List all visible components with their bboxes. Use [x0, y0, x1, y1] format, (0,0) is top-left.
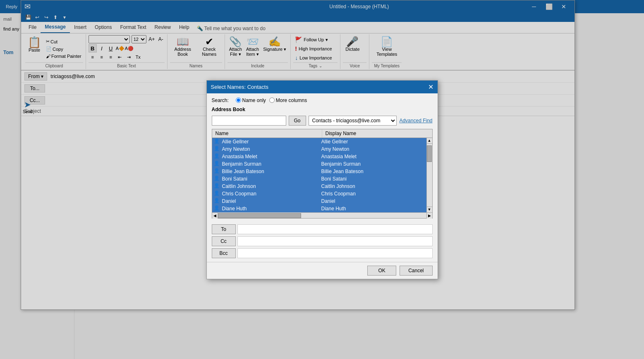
contact-list[interactable]: 👤 Allie Gellner Allie Gellner 👤 Amy Newt… — [212, 138, 426, 212]
contact-icon: 👤 — [214, 198, 220, 204]
hscrollbar[interactable]: ◀ ▶ — [212, 212, 432, 218]
contact-display-name: Caitlin Johnson — [321, 183, 425, 189]
recipient-fields: To Cc Bcc — [207, 223, 438, 262]
contact-display-name: Allie Gellner — [321, 139, 425, 145]
cancel-btn[interactable]: Cancel — [400, 266, 432, 276]
contact-name: Diane Huth — [222, 206, 321, 212]
contact-row[interactable]: 👤 Billie Jean Bateson Billie Jean Bateso… — [212, 168, 426, 175]
col-header-display: Display Name — [322, 129, 432, 138]
vscroll-up-btn[interactable]: ▲ — [427, 138, 432, 144]
contact-display-name: Daniel — [321, 198, 425, 204]
ok-btn[interactable]: OK — [367, 266, 396, 276]
contact-display-name: Benjamin Surman — [321, 161, 425, 167]
contact-name: Chris Coopman — [222, 191, 321, 197]
contact-icon: 👤 — [214, 190, 220, 197]
address-book-label: Address Book — [212, 107, 245, 112]
hscroll-right-btn[interactable]: ▶ — [426, 213, 432, 219]
bcc-recipient-input[interactable] — [237, 248, 433, 258]
cc-recipient-input[interactable] — [237, 236, 433, 246]
contact-name: Caitlin Johnson — [222, 183, 321, 189]
contact-display-name: Anastasia Melet — [321, 154, 425, 159]
more-columns-radio[interactable] — [269, 97, 275, 103]
contact-table: Name Display Name 👤 Allie Gellner Allie … — [212, 129, 433, 219]
select-names-dialog: Select Names: Contacts ✕ Search: Name on… — [206, 80, 438, 279]
address-book-select[interactable]: Contacts - triciagoss@live.com — [309, 116, 397, 126]
contact-icon: 👤 — [214, 205, 220, 212]
contact-row[interactable]: 👤 Amy Newton Amy Newton — [212, 145, 426, 153]
dialog-close-btn[interactable]: ✕ — [428, 83, 433, 91]
dialog-title: Select Names: Contacts — [211, 84, 268, 90]
search-field[interactable] — [212, 116, 286, 126]
contact-name: Amy Newton — [222, 146, 321, 152]
contact-row[interactable]: 👤 Daniel Daniel — [212, 197, 426, 205]
contact-display-name: Billie Jean Bateson — [321, 169, 425, 174]
name-only-radio[interactable] — [236, 97, 241, 103]
hscroll-left-btn[interactable]: ◀ — [212, 213, 218, 219]
contact-name: Daniel — [222, 198, 321, 204]
contact-name: Boni Satani — [222, 176, 321, 182]
cc-recipient-btn[interactable]: Cc — [212, 236, 236, 246]
to-recipient-input[interactable] — [237, 224, 433, 234]
dialog-titlebar: Select Names: Contacts ✕ — [207, 81, 438, 93]
vscroll-track — [427, 144, 432, 207]
more-columns-radio-label[interactable]: More columns — [269, 97, 307, 103]
contact-display-name: Amy Newton — [321, 146, 425, 152]
vscrollbar[interactable]: ▲ ▼ — [426, 138, 432, 212]
contact-row[interactable]: 👤 Caitlin Johnson Caitlin Johnson — [212, 183, 426, 190]
contact-name: Allie Gellner — [222, 139, 321, 145]
to-recipient-btn[interactable]: To — [212, 224, 236, 234]
contact-row[interactable]: 👤 Allie Gellner Allie Gellner — [212, 138, 426, 145]
go-btn[interactable]: Go — [289, 116, 306, 126]
contact-icon: 👤 — [214, 153, 220, 160]
contact-row[interactable]: 👤 Boni Satani Boni Satani — [212, 175, 426, 183]
contact-icon: 👤 — [214, 176, 220, 182]
bcc-recipient-btn[interactable]: Bcc — [212, 248, 236, 258]
name-only-radio-label[interactable]: Name only — [236, 97, 266, 103]
contact-row[interactable]: 👤 Anastasia Melet Anastasia Melet — [212, 153, 426, 160]
advanced-find-link[interactable]: Advanced Find — [399, 118, 432, 124]
contact-display-name: Boni Satani — [321, 176, 425, 182]
contact-icon: 👤 — [214, 161, 220, 167]
contact-row[interactable]: 👤 Diane Huth Diane Huth — [212, 205, 426, 212]
col-header-name: Name — [212, 129, 322, 138]
contact-icon: 👤 — [214, 138, 220, 145]
search-label: Search: — [212, 97, 232, 103]
contact-name: Benjamin Surman — [222, 161, 321, 167]
dialog-overlay: Select Names: Contacts ✕ Search: Name on… — [0, 0, 644, 359]
contact-icon: 👤 — [214, 146, 220, 152]
contact-display-name: Diane Huth — [321, 206, 425, 212]
vscroll-thumb[interactable] — [427, 145, 432, 162]
contact-icon: 👤 — [214, 183, 220, 190]
contact-name: Anastasia Melet — [222, 154, 321, 159]
contact-name: Billie Jean Bateson — [222, 169, 321, 174]
contact-row[interactable]: 👤 Benjamin Surman Benjamin Surman — [212, 160, 426, 168]
contact-display-name: Chris Coopman — [321, 191, 425, 197]
vscroll-down-btn[interactable]: ▼ — [427, 207, 432, 212]
radio-group: Name only More columns — [236, 97, 307, 103]
contact-icon: 👤 — [214, 168, 220, 175]
dialog-footer: OK Cancel — [207, 262, 438, 279]
hscroll-thumb[interactable] — [218, 213, 302, 218]
hscroll-track — [218, 213, 426, 218]
contact-row[interactable]: 👤 Chris Coopman Chris Coopman — [212, 190, 426, 197]
